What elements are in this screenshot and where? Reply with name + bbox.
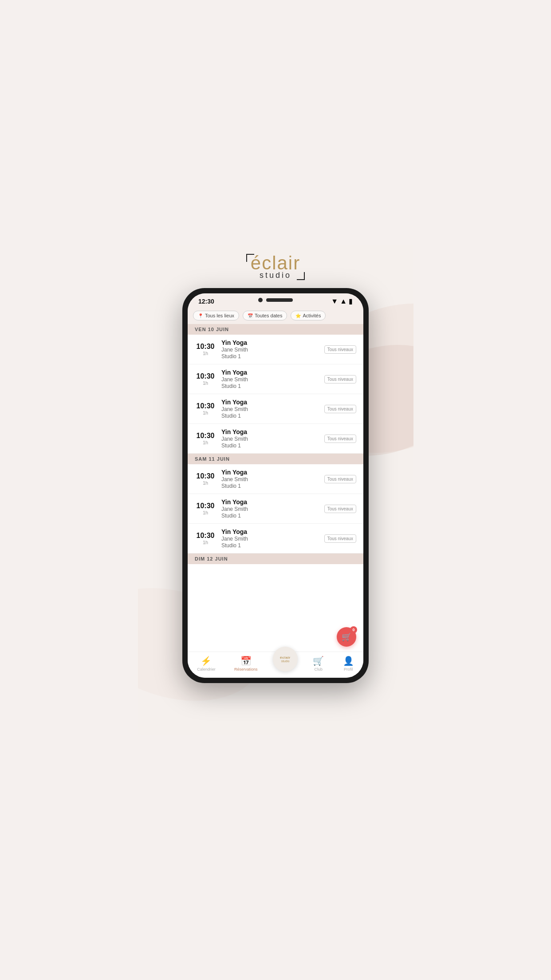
class-level: Tous niveaux [324,435,356,443]
class-info: Yin Yoga Jane Smith Studio 1 [221,339,319,360]
filter-dates[interactable]: 📅 Toutes dates [243,311,287,320]
page-wrapper: éclair studio 12:30 ▼ ▲ ▮ [138,245,413,735]
filter-location-label: Tous les lieux [205,313,234,318]
club-icon: 🛒 [313,656,324,666]
class-duration: 1h [195,351,216,356]
calendrier-icon: ⚡ [201,656,212,666]
class-info: Yin Yoga Jane Smith Studio 1 [221,469,319,489]
class-level: Tous niveaux [324,475,356,483]
reservations-label: Réservations [234,667,258,672]
class-studio: Studio 1 [221,353,319,360]
filter-activities-label: Activités [303,313,321,318]
nav-reservations[interactable]: 📅 Réservations [231,656,261,672]
class-time: 10:30 1h [195,343,216,356]
class-row[interactable]: 10:30 1h Yin Yoga Jane Smith Studio 1 To… [188,524,363,553]
class-time: 10:30 1h [195,532,216,545]
class-level: Tous niveaux [324,505,356,513]
logo-bracket: éclair studio [251,254,300,280]
class-studio: Studio 1 [221,542,319,549]
class-instructor: Jane Smith [221,536,319,542]
cart-fab-icon: 🛒 [342,632,351,642]
class-time: 10:30 1h [195,472,216,486]
phone-notch [258,298,293,302]
class-studio: Studio 1 [221,383,319,389]
cart-badge: 0 [350,626,357,633]
class-info: Yin Yoga Jane Smith Studio 1 [221,498,319,519]
class-time-main: 10:30 [195,402,216,410]
class-time-main: 10:30 [195,532,216,540]
class-row[interactable]: 10:30 1h Yin Yoga Jane Smith Studio 1 To… [188,335,363,364]
class-time: 10:30 1h [195,372,216,386]
class-instructor: Jane Smith [221,376,319,383]
nav-profil[interactable]: 👤 Profil [339,656,358,672]
class-time: 10:30 1h [195,402,216,415]
status-time: 12:30 [198,298,214,305]
class-info: Yin Yoga Jane Smith Studio 1 [221,428,319,449]
class-time-main: 10:30 [195,343,216,351]
class-info: Yin Yoga Jane Smith Studio 1 [221,399,319,419]
class-info: Yin Yoga Jane Smith Studio 1 [221,369,319,389]
class-duration: 1h [195,480,216,486]
class-row[interactable]: 10:30 1h Yin Yoga Jane Smith Studio 1 To… [188,464,363,494]
class-name: Yin Yoga [221,528,319,535]
star-icon: ⭐ [295,313,301,318]
nav-calendrier[interactable]: ⚡ Calendrier [193,656,219,672]
filter-location[interactable]: 📍 Tous les lieux [193,311,239,320]
logo-text-group: éclair studio [251,254,300,280]
filter-dates-label: Toutes dates [255,313,282,318]
cart-fab[interactable]: 🛒 0 [337,627,356,647]
nav-center-logo: éclair [280,656,291,660]
bracket-bottom-right [297,272,305,280]
class-instructor: Jane Smith [221,476,319,482]
day-header: SAM 11 JUIN [188,454,363,464]
class-duration: 1h [195,410,216,415]
class-duration: 1h [195,510,216,515]
class-name: Yin Yoga [221,369,319,376]
profil-icon: 👤 [343,656,354,666]
class-time-main: 10:30 [195,472,216,480]
location-icon: 📍 [198,313,203,318]
logo-area: éclair studio [251,254,300,280]
day-header: VEN 10 JUIN [188,324,363,335]
bracket-top-left [246,254,254,262]
phone-screen-wrapper: 12:30 ▼ ▲ ▮ 📍 Tous les lieux 📅 [188,293,363,678]
profil-label: Profil [344,667,353,672]
class-studio: Studio 1 [221,443,319,449]
club-label: Club [315,667,323,672]
class-row[interactable]: 10:30 1h Yin Yoga Jane Smith Studio 1 To… [188,394,363,424]
class-level: Tous niveaux [324,405,356,413]
class-studio: Studio 1 [221,513,319,519]
class-studio: Studio 1 [221,483,319,489]
nav-home-center[interactable]: éclair studio [273,647,298,672]
class-info: Yin Yoga Jane Smith Studio 1 [221,528,319,549]
phone-camera [258,298,263,302]
filter-activities[interactable]: ⭐ Activités [291,311,326,320]
signal-icon: ▲ [340,297,347,305]
class-level: Tous niveaux [324,534,356,543]
class-level: Tous niveaux [324,375,356,383]
class-instructor: Jane Smith [221,436,319,442]
class-row[interactable]: 10:30 1h Yin Yoga Jane Smith Studio 1 To… [188,494,363,524]
class-row[interactable]: 10:30 1h Yin Yoga Jane Smith Studio 1 To… [188,364,363,394]
class-time: 10:30 1h [195,432,216,445]
class-time-main: 10:30 [195,502,216,510]
class-name: Yin Yoga [221,428,319,435]
schedule-content[interactable]: VEN 10 JUIN 10:30 1h Yin Yoga Jane Smith… [188,324,363,652]
wifi-icon: ▼ [331,297,338,305]
logo-name: éclair [251,254,300,273]
nav-club[interactable]: 🛒 Club [309,656,327,672]
class-name: Yin Yoga [221,399,319,406]
day-header: DIM 12 JUIN [188,553,363,564]
phone-speaker [266,298,293,302]
class-duration: 1h [195,540,216,545]
class-studio: Studio 1 [221,413,319,419]
class-row[interactable]: 10:30 1h Yin Yoga Jane Smith Studio 1 To… [188,424,363,454]
class-name: Yin Yoga [221,498,319,506]
class-time-main: 10:30 [195,372,216,380]
class-level: Tous niveaux [324,345,356,354]
battery-icon: ▮ [349,297,353,305]
bottom-nav: ⚡ Calendrier 📅 Réservations éclair studi… [188,652,363,678]
class-name: Yin Yoga [221,469,319,476]
reservations-icon: 📅 [240,656,252,666]
class-time-main: 10:30 [195,432,216,440]
